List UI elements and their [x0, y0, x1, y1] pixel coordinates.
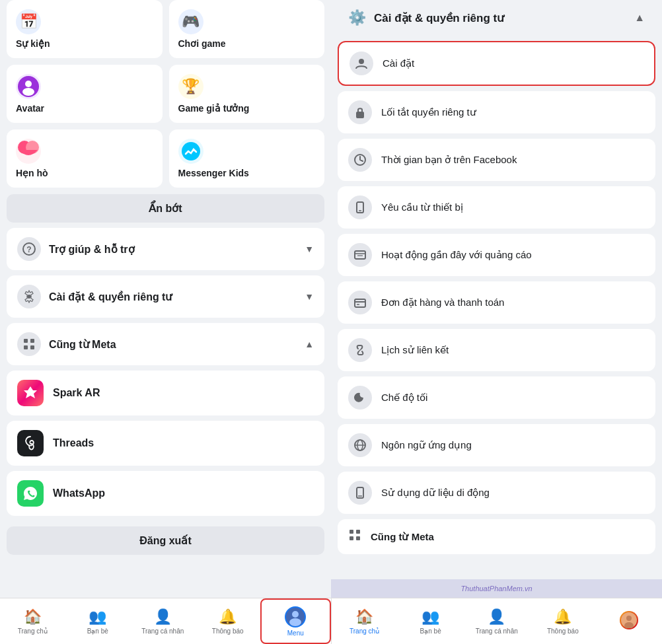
- spark-ar-item[interactable]: Spark AR: [7, 371, 324, 415]
- nav-trang-ca-nhan-right[interactable]: 👤 Trang cá nhân: [464, 598, 530, 644]
- spark-ar-label: Spark AR: [53, 387, 100, 399]
- nav-trang-chu-right-label: Trang chủ: [349, 627, 379, 635]
- nav-avatar-right[interactable]: [596, 598, 662, 644]
- an-bot-button[interactable]: Ẩn bớt: [7, 194, 324, 223]
- nav-ban-be-label: Bạn bè: [87, 627, 108, 635]
- su-kien-card[interactable]: 📅 Sự kiện: [7, 0, 163, 58]
- bottom-nav: 🏠 Trang chủ 👥 Bạn bè 👤 Trang cá nhân 🔔 T…: [0, 598, 662, 644]
- svg-point-37: [289, 618, 301, 626]
- yeu-cau-item[interactable]: Yêu cầu từ thiết bị: [338, 186, 655, 229]
- messenger-kids-card[interactable]: Messenger Kids: [169, 129, 325, 188]
- messenger-kids-label: Messenger Kids: [178, 168, 249, 178]
- hen-ho-svg-icon: [18, 141, 39, 162]
- cung-meta-bottom-label: Cũng từ Meta: [371, 531, 434, 543]
- whatsapp-icon: [17, 480, 44, 507]
- su-dung-label: Sử dụng dữ liệu di động: [381, 487, 490, 499]
- choi-game-card[interactable]: 🎮 Chơi game: [169, 0, 325, 58]
- svg-rect-33: [349, 536, 353, 540]
- nav-trang-ca-nhan[interactable]: 👤 Trang cá nhân: [130, 598, 196, 644]
- avatar-svg-icon: [18, 76, 39, 97]
- whatsapp-item[interactable]: WhatsApp: [7, 471, 324, 516]
- lich-su-item[interactable]: Lịch sử liên kết: [338, 329, 655, 371]
- left-panel: 📅 Sự kiện Avatar: [0, 0, 331, 598]
- threads-label: Threads: [53, 437, 94, 449]
- settings-gear-icon: ⚙️: [348, 9, 366, 26]
- cai-dat-row[interactable]: Cài đặt & quyền riêng tư ▼: [7, 275, 324, 318]
- nav-trang-chu-label: Trang chủ: [18, 627, 48, 635]
- cung-meta-row[interactable]: Cũng từ Meta ▲: [7, 323, 324, 365]
- avatar-icon: [16, 74, 41, 99]
- cai-dat-chevron: ▼: [305, 291, 314, 302]
- hen-ho-icon: [16, 139, 41, 164]
- che-do-toi-label: Chế độ tối: [381, 392, 427, 404]
- nav-thong-bao[interactable]: 🔔 Thông báo: [196, 598, 261, 644]
- svg-line-25: [359, 349, 361, 351]
- su-kien-label: Sự kiện: [16, 38, 50, 49]
- globe-icon: [348, 433, 372, 457]
- moon-icon: [348, 386, 372, 410]
- nav-menu-label: Menu: [287, 629, 304, 637]
- nav-trang-chu-right[interactable]: 🏠 Trang chủ: [332, 598, 398, 644]
- bell-icon-left: 🔔: [219, 608, 237, 626]
- right-panel: ⚙️ Cài đặt & quyền riêng tư ▲ Cài đặt: [331, 0, 662, 598]
- nav-ban-be-right[interactable]: 👥 Bạn bè: [398, 598, 464, 644]
- payment-icon: [348, 291, 372, 314]
- right-header[interactable]: ⚙️ Cài đặt & quyền riêng tư ▲: [338, 0, 655, 36]
- svg-point-36: [292, 611, 299, 618]
- tro-giup-label: Trợ giúp & hỗ trợ: [49, 243, 135, 256]
- right-header-left: ⚙️ Cài đặt & quyền riêng tư: [348, 9, 504, 26]
- svg-point-39: [626, 616, 632, 621]
- lock-icon: [348, 100, 372, 124]
- svg-rect-19: [355, 251, 365, 259]
- svg-rect-22: [355, 299, 365, 307]
- cung-meta-row-left: Cũng từ Meta: [17, 332, 116, 356]
- hoat-dong-item[interactable]: Hoạt động gần đây với quảng cáo: [338, 234, 655, 276]
- nav-trang-chu[interactable]: 🏠 Trang chủ: [0, 598, 65, 644]
- nav-ban-be-right-label: Bạn bè: [420, 627, 441, 635]
- right-header-chevron: ▲: [634, 12, 645, 24]
- nav-thong-bao-right-label: Thông báo: [547, 627, 579, 635]
- svg-marker-13: [24, 386, 37, 398]
- nav-menu[interactable]: Menu: [260, 598, 331, 644]
- tro-giup-row[interactable]: ? Trợ giúp & hỗ trợ ▼: [7, 228, 324, 270]
- hen-ho-card[interactable]: Hẹn hò: [7, 129, 163, 188]
- loi-tat-item[interactable]: Lối tắt quyền riêng tư: [338, 91, 655, 133]
- nav-thong-bao-right[interactable]: 🔔 Thông báo: [530, 598, 596, 644]
- choi-game-icon: 🎮: [178, 9, 203, 34]
- left-nav: 🏠 Trang chủ 👥 Bạn bè 👤 Trang cá nhân 🔔 T…: [0, 598, 331, 644]
- clock-svg-icon: [353, 153, 367, 166]
- link-icon: [348, 338, 372, 362]
- svg-rect-11: [24, 345, 28, 349]
- hoat-dong-label: Hoạt động gần đây với quảng cáo: [381, 249, 532, 261]
- svg-rect-31: [349, 530, 353, 534]
- question-icon: ?: [22, 242, 36, 256]
- dang-xuat-button[interactable]: Đăng xuất: [7, 526, 324, 555]
- threads-svg: [22, 435, 38, 451]
- su-kien-icon: 📅: [16, 9, 41, 34]
- svg-rect-15: [356, 112, 364, 118]
- svg-rect-34: [356, 536, 360, 540]
- threads-item[interactable]: Threads: [7, 421, 324, 466]
- game-gia-tuong-card[interactable]: 🏆 Game giả tưởng: [169, 65, 325, 123]
- nav-thong-bao-label: Thông báo: [212, 627, 244, 635]
- tro-giup-icon: ?: [17, 237, 41, 261]
- che-do-toi-item[interactable]: Chế độ tối: [338, 376, 655, 419]
- mobile-svg-icon: [353, 486, 367, 499]
- nav-ban-be[interactable]: 👥 Bạn bè: [65, 598, 131, 644]
- avatar-card[interactable]: Avatar: [7, 65, 163, 123]
- thoi-gian-item[interactable]: Thời gian bạn ở trên Facebook: [338, 139, 655, 181]
- su-dung-item[interactable]: Sử dụng dữ liệu di động: [338, 472, 655, 514]
- cai-dat-item[interactable]: Cài đặt: [338, 41, 655, 86]
- ngon-ngu-item[interactable]: Ngôn ngữ ứng dụng: [338, 424, 655, 466]
- yeu-cau-label: Yêu cầu từ thiết bị: [381, 201, 463, 213]
- mobile-data-icon: [348, 481, 372, 505]
- grid-bottom-icon: [348, 528, 361, 545]
- choi-game-label: Chơi game: [178, 38, 226, 49]
- cards-grid: 📅 Sự kiện Avatar: [7, 0, 324, 188]
- threads-icon: [17, 430, 44, 456]
- messenger-svg-icon: [180, 141, 202, 162]
- cung-meta-bottom-item[interactable]: Cũng từ Meta: [338, 519, 655, 554]
- spark-ar-svg: [21, 384, 40, 402]
- lock-svg-icon: [353, 106, 367, 119]
- don-dat-hang-item[interactable]: Đơn đặt hàng và thanh toán: [338, 281, 655, 324]
